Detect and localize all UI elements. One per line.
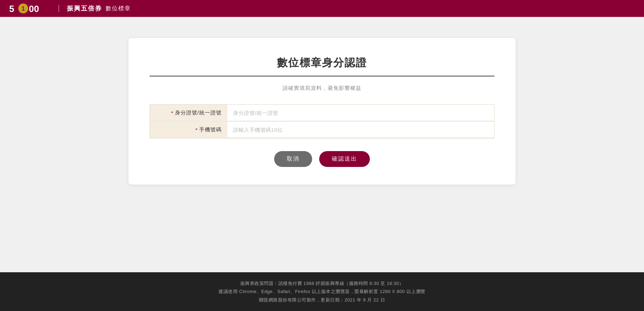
logo-svg: 5 1 00 — [8, 2, 51, 15]
id-label-text: 身分證號/統一證號 — [175, 110, 222, 116]
phone-label-text: 手機號碼 — [199, 126, 222, 133]
brand-name: 振興五倍券 — [67, 4, 102, 13]
logo-divider — [58, 5, 59, 12]
svg-text:5: 5 — [9, 4, 14, 14]
id-number-row: * 身分證號/統一證號 — [150, 105, 494, 121]
svg-text:1: 1 — [22, 6, 25, 12]
footer-line1: 振興券政策問題：請撥免付費 1988 紓困振興專線（服務時間 8:30 至 18… — [8, 279, 636, 287]
id-input-cell — [227, 105, 494, 121]
logo-brand-text: 振興五倍券 數位標章 — [67, 4, 131, 13]
brand-subtitle: 數位標章 — [106, 5, 131, 12]
footer-line3: 關貿網路股份有限公司製作，更新日期：2021 年 9 月 22 日 — [8, 296, 636, 304]
title-divider — [150, 76, 494, 76]
phone-input[interactable] — [232, 124, 490, 136]
form-fields-wrapper: * 身分證號/統一證號 * 手機號碼 — [150, 104, 494, 138]
footer-text: 振興券政策問題：請撥免付費 1988 紓困振興專線（服務時間 8:30 至 18… — [8, 279, 636, 304]
header-logo: 5 1 00 振興五倍券 數位標章 — [8, 2, 131, 15]
footer-line2: 建議使用 Chrome、Edge、Safari、Firefox 以上版本之瀏覽器… — [8, 287, 636, 296]
logo-image-area: 5 1 00 — [8, 2, 51, 15]
svg-text:00: 00 — [29, 4, 39, 14]
app-footer: 振興券政策問題：請撥免付費 1988 紓困振興專線（服務時間 8:30 至 18… — [0, 272, 644, 311]
page-title: 數位標章身分認證 — [150, 56, 494, 70]
form-card: 數位標章身分認證 請確實填寫資料，避免影響權益 * 身分證號/統一證號 * 手機… — [128, 38, 516, 185]
cancel-button[interactable]: 取消 — [274, 151, 312, 167]
id-required-star: * — [171, 110, 173, 116]
main-content: 數位標章身分認證 請確實填寫資料，避免影響權益 * 身分證號/統一證號 * 手機… — [0, 17, 644, 272]
id-input[interactable] — [232, 107, 490, 119]
phone-required-star: * — [195, 127, 198, 133]
phone-row: * 手機號碼 — [150, 121, 494, 138]
form-subtitle: 請確實填寫資料，避免影響權益 — [150, 85, 494, 92]
phone-input-cell — [227, 122, 494, 138]
app-header: 5 1 00 振興五倍券 數位標章 — [0, 0, 644, 17]
submit-button[interactable]: 確認送出 — [319, 151, 370, 167]
form-actions: 取消 確認送出 — [150, 151, 494, 167]
phone-label-cell: * 手機號碼 — [150, 122, 227, 138]
id-label-cell: * 身分證號/統一證號 — [150, 105, 227, 121]
